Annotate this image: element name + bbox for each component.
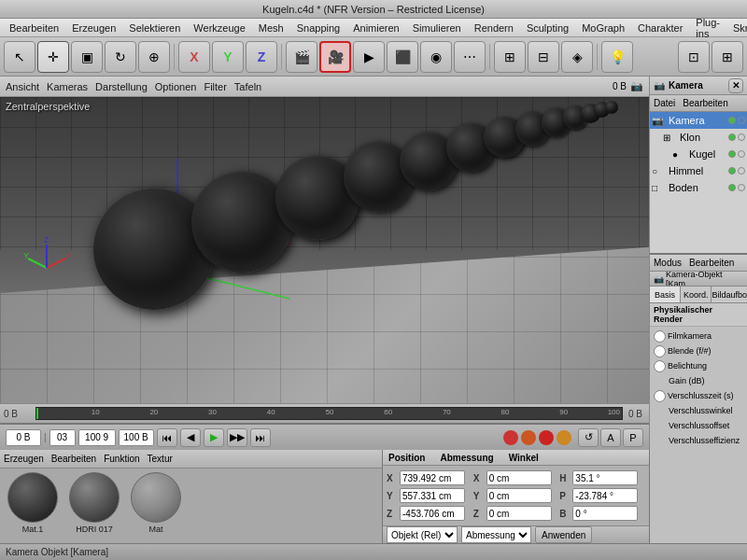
pos-p-input[interactable] [572, 488, 638, 503]
mat-textur[interactable]: Textur [148, 454, 173, 464]
transport-prev-frame[interactable]: ◀ [180, 428, 201, 447]
mat-item-1[interactable]: Mat.1 [4, 472, 62, 539]
menu-mesh[interactable]: Mesh [253, 21, 289, 35]
props-tab-koord[interactable]: Koord. [681, 287, 712, 302]
objmgr-datei[interactable]: Datei [654, 98, 675, 108]
toolbar-y-btn[interactable]: Y [212, 41, 244, 73]
transport-goto-end[interactable]: ⏭ [250, 428, 271, 447]
toolbar-move-btn[interactable]: ✛ [37, 41, 69, 73]
mat-erzeugen[interactable]: Erzeugen [4, 454, 44, 464]
props-section: Modus Bearbeiten 📷 Kamera-Objekt [Kam Ba… [650, 253, 747, 450]
pos-z-input[interactable] [400, 506, 465, 521]
toolbar-obj-btn[interactable]: ◉ [420, 41, 452, 73]
tree-item-klon[interactable]: ⊞ Klon [650, 129, 747, 146]
transport-speed-field[interactable] [78, 429, 116, 446]
toolbar-extra2-btn[interactable]: ⊞ [712, 41, 743, 73]
props-filmkamera-radio[interactable] [654, 330, 666, 343]
mat-label-mat: Mat [148, 525, 162, 534]
scene-view[interactable]: Zentralperspektive X Y Z [0, 97, 649, 403]
menu-selektieren[interactable]: Selektieren [123, 21, 186, 35]
transport-orange-btn[interactable] [557, 430, 571, 445]
toolbar-rotate-btn[interactable]: ↻ [105, 41, 136, 73]
tree-item-himmel[interactable]: ○ Himmel [650, 162, 747, 179]
pos-y-abm-input[interactable] [486, 488, 552, 503]
boden-dots [728, 184, 745, 191]
props-belichtung-radio[interactable] [654, 360, 666, 372]
viewbar-darstellung[interactable]: Darstellung [95, 81, 148, 92]
objmgr-bearbeiten[interactable]: Bearbeiten [683, 98, 727, 108]
mat-item-hdri[interactable]: HDRI 017 [65, 472, 123, 539]
menu-animieren[interactable]: Animieren [347, 21, 405, 35]
menu-sculpting[interactable]: Sculpting [521, 21, 574, 35]
toolbar-deform-btn[interactable]: ⋯ [454, 41, 486, 73]
toolbar-z-btn[interactable]: Z [246, 41, 277, 73]
pos-mode-select[interactable]: Objekt (Rel) Welt [387, 526, 458, 543]
mat-item-mat[interactable]: Mat [127, 472, 185, 539]
props-bearbeiten[interactable]: Bearbeiten [689, 258, 734, 268]
menu-erzeugen[interactable]: Erzeugen [66, 21, 121, 35]
menu-plugins[interactable]: Plug-ins [690, 16, 726, 40]
viewbar-optionen[interactable]: Optionen [155, 81, 197, 92]
menu-skript[interactable]: Skript [727, 21, 747, 35]
pos-x-input[interactable] [400, 470, 465, 485]
transport-next-frame[interactable]: ▶▶ [227, 428, 247, 447]
toolbar-anim-btn[interactable]: 🎬 [286, 41, 317, 73]
objmgr-close-btn[interactable]: ✕ [728, 78, 743, 93]
pos-y-input[interactable] [400, 488, 465, 503]
mat-bearbeiten[interactable]: Bearbeiten [51, 454, 96, 464]
tree-item-kugel[interactable]: ● Kugel [650, 146, 747, 162]
transport-P-btn[interactable]: P [623, 428, 643, 447]
toolbar-render1-btn[interactable]: ▶ [353, 41, 385, 73]
transport-auto-btn[interactable]: A [600, 428, 621, 447]
menu-bearbeiten[interactable]: Bearbeiten [4, 21, 64, 35]
toolbar-render2-btn[interactable]: ⬛ [387, 41, 418, 73]
pos-head-abm: Abmessung [440, 453, 493, 463]
props-blende-radio[interactable] [654, 345, 666, 357]
menu-mograph[interactable]: MoGraph [576, 21, 630, 35]
tree-item-boden[interactable]: □ Boden [650, 179, 747, 196]
transport-end-field[interactable] [119, 429, 154, 446]
mat-funktion[interactable]: Funktion [104, 454, 139, 464]
props-tab-bild[interactable]: Bildaufbo [712, 287, 747, 302]
viewbar-filter[interactable]: Filter [204, 81, 226, 92]
pos-x-abm-input[interactable] [486, 470, 552, 485]
apply-button[interactable]: Anwenden [535, 526, 592, 543]
props-modus[interactable]: Modus [654, 258, 682, 268]
transport-frame-field[interactable] [6, 429, 41, 446]
menu-simulieren[interactable]: Simulieren [407, 21, 467, 35]
pos-y-abm-label: Y [473, 491, 485, 501]
props-verschlusszeit-radio[interactable] [654, 390, 666, 402]
toolbar-select-btn[interactable]: ↖ [4, 41, 35, 73]
transport-record-btn[interactable] [503, 430, 518, 445]
transport-loop-btn[interactable]: ↺ [578, 428, 599, 447]
props-tab-basis[interactable]: Basis [650, 287, 681, 302]
toolbar-x-btn[interactable]: X [178, 41, 210, 73]
toolbar-light-btn[interactable]: 💡 [601, 41, 633, 73]
viewbar-kameras[interactable]: Kameras [47, 81, 88, 92]
menu-werkzeuge[interactable]: Werkzeuge [188, 21, 250, 35]
transport-play[interactable]: ▶ [204, 428, 224, 447]
toolbar-cam-btn highlighted[interactable]: 🎥 [319, 41, 351, 73]
pos-z-abm-input[interactable] [486, 506, 552, 521]
viewbar-ansicht[interactable]: Ansicht [6, 81, 39, 92]
transport-goto-start[interactable]: ⏮ [157, 428, 177, 447]
transport-record2-btn[interactable] [521, 430, 536, 445]
menu-charakter[interactable]: Charakter [632, 21, 688, 35]
toolbar-add-btn[interactable]: ⊕ [138, 41, 170, 73]
pos-abm-select[interactable]: Abmessung [461, 526, 531, 543]
transport-record3-btn[interactable] [539, 430, 554, 445]
menu-rendern[interactable]: Rendern [469, 21, 519, 35]
toolbar-snap3-btn[interactable]: ◈ [561, 41, 593, 73]
menu-snapping[interactable]: Snapping [291, 21, 346, 35]
toolbar-snap2-btn[interactable]: ⊟ [528, 41, 559, 73]
toolbar-snap1-btn[interactable]: ⊞ [494, 41, 526, 73]
transport-sep1: | [44, 432, 47, 442]
toolbar-box-btn[interactable]: ▣ [71, 41, 103, 73]
timeline-track[interactable]: 10 20 30 40 50 60 70 80 90 100 [35, 407, 623, 420]
viewbar-tafeln[interactable]: Tafeln [234, 81, 261, 92]
toolbar-extra1-btn[interactable]: ⊡ [678, 41, 710, 73]
tree-item-kamera[interactable]: 📷 Kamera [650, 112, 747, 129]
transport-fps-field[interactable] [49, 429, 76, 446]
pos-h-input[interactable] [572, 470, 638, 485]
pos-b-input[interactable] [572, 506, 638, 521]
